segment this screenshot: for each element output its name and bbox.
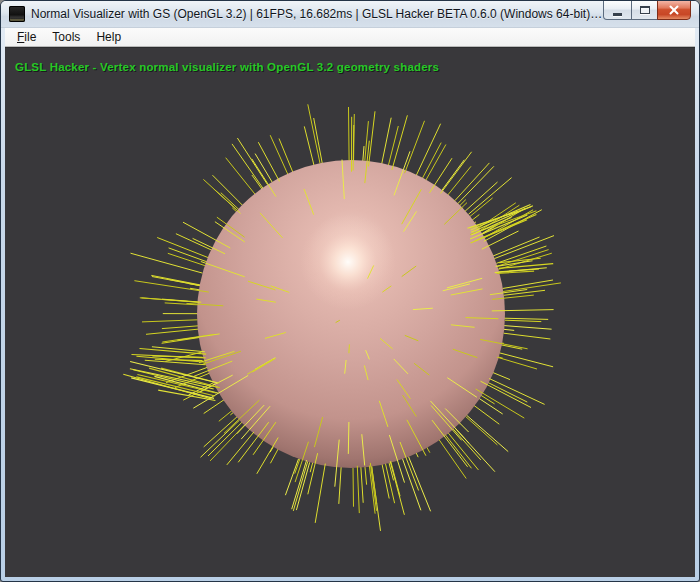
menu-item-help[interactable]: Help	[88, 29, 129, 46]
close-icon	[668, 4, 680, 16]
menu-item-file[interactable]: File	[9, 29, 44, 46]
app-window: Normal Visualizer with GS (OpenGL 3.2) |…	[0, 0, 700, 582]
app-icon	[9, 6, 25, 22]
minimize-icon	[613, 13, 622, 16]
sphere-normals-render	[5, 48, 695, 577]
titlebar[interactable]: Normal Visualizer with GS (OpenGL 3.2) |…	[1, 1, 699, 28]
gl-viewport[interactable]: GLSL Hacker - Vertex normal visualizer w…	[5, 47, 695, 577]
maximize-button[interactable]	[631, 0, 658, 20]
window-controls	[604, 0, 691, 20]
specular-highlight	[300, 214, 396, 310]
menu-item-tools[interactable]: Tools	[44, 29, 88, 46]
close-button[interactable]	[657, 0, 691, 20]
menubar: File Tools Help	[5, 28, 695, 47]
overlay-caption: GLSL Hacker - Vertex normal visualizer w…	[15, 61, 439, 73]
window-title: Normal Visualizer with GS (OpenGL 3.2) |…	[31, 7, 603, 21]
minimize-button[interactable]	[603, 0, 632, 20]
maximize-icon	[640, 6, 650, 14]
